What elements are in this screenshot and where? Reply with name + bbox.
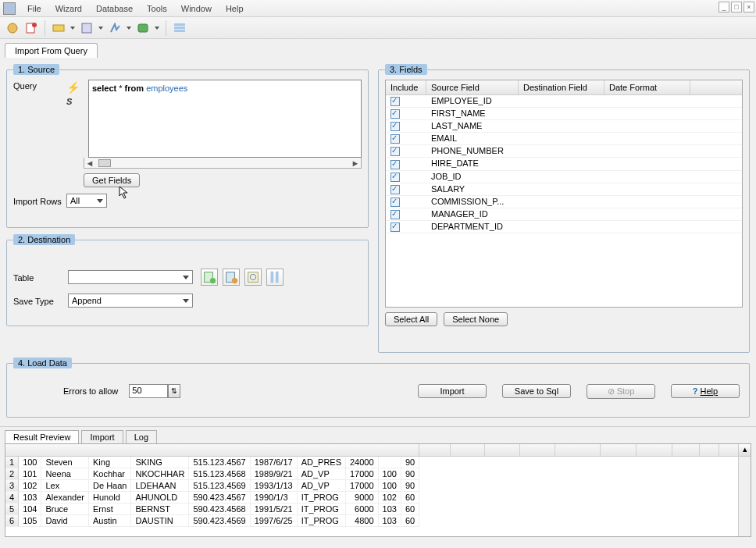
- dest-field-cell[interactable]: [519, 133, 604, 144]
- get-fields-button[interactable]: Get Fields: [84, 173, 140, 187]
- include-checkbox[interactable]: [390, 222, 400, 232]
- toolbar-btn-3-dropdown[interactable]: [70, 20, 76, 36]
- scroll-up-icon[interactable]: ▴: [739, 444, 751, 457]
- date-format-cell[interactable]: [604, 158, 690, 169]
- fields-row[interactable]: SALARY: [386, 183, 742, 196]
- fields-row[interactable]: EMAIL: [386, 133, 742, 145]
- col-include[interactable]: Include: [386, 80, 426, 94]
- date-format-cell[interactable]: [604, 221, 690, 233]
- dest-field-cell[interactable]: [519, 120, 604, 132]
- toolbar-btn-6[interactable]: [135, 20, 151, 36]
- fields-row[interactable]: EMPLOYEE_ID: [386, 95, 742, 108]
- menu-tools[interactable]: Tools: [140, 2, 174, 15]
- col-dest[interactable]: Destination Field: [519, 80, 604, 94]
- dest-field-cell[interactable]: [519, 145, 604, 157]
- result-row[interactable]: 2101NeenaKochharNKOCHHAR515.123.45681989…: [5, 468, 419, 480]
- fields-row[interactable]: PHONE_NUMBER: [386, 145, 742, 158]
- toolbar-btn-6-dropdown[interactable]: [154, 20, 160, 36]
- save-to-sql-button[interactable]: Save to Sql: [502, 384, 571, 398]
- col-format[interactable]: Date Format: [604, 80, 690, 94]
- result-vertical-scrollbar[interactable]: ▴: [738, 444, 751, 536]
- date-format-cell[interactable]: [604, 108, 690, 119]
- include-checkbox[interactable]: [390, 97, 400, 106]
- dest-field-cell[interactable]: [519, 171, 604, 183]
- dest-field-cell[interactable]: [519, 158, 604, 169]
- fields-row[interactable]: COMMISSION_P...: [386, 196, 742, 208]
- scroll-thumb[interactable]: [98, 159, 111, 167]
- dest-field-cell[interactable]: [519, 183, 604, 195]
- tab-import[interactable]: Import: [81, 430, 123, 443]
- dest-icon-2[interactable]: [223, 269, 240, 286]
- query-textarea[interactable]: select * from employees: [88, 80, 362, 158]
- select-all-button[interactable]: Select All: [385, 312, 437, 326]
- include-checkbox[interactable]: [390, 147, 400, 156]
- toolbar-btn-4[interactable]: [79, 20, 94, 36]
- save-type-select[interactable]: Append: [68, 294, 193, 308]
- include-checkbox[interactable]: [390, 160, 400, 169]
- include-checkbox[interactable]: [390, 185, 400, 194]
- execute-icon[interactable]: ⚡: [66, 81, 77, 92]
- close-button[interactable]: ×: [744, 2, 754, 12]
- fields-row[interactable]: HIRE_DATE: [386, 158, 742, 170]
- menu-wizard[interactable]: Wizard: [48, 2, 89, 15]
- toolbar-btn-4-dropdown[interactable]: [98, 20, 104, 36]
- dest-icon-4[interactable]: [266, 269, 284, 286]
- fields-row[interactable]: JOB_ID: [386, 171, 742, 183]
- include-checkbox[interactable]: [390, 210, 400, 219]
- dest-icon-1[interactable]: [201, 269, 218, 286]
- include-checkbox[interactable]: [390, 109, 400, 119]
- date-format-cell[interactable]: [604, 120, 690, 132]
- select-none-button[interactable]: Select None: [444, 312, 508, 326]
- sql-icon[interactable]: S: [66, 97, 77, 108]
- tab-result-preview[interactable]: Result Preview: [5, 430, 79, 443]
- result-row[interactable]: 3102LexDe HaanLDEHAAN515.123.45691993/1/…: [5, 480, 419, 492]
- fields-row[interactable]: MANAGER_ID: [386, 208, 742, 221]
- result-row[interactable]: 1100StevenKingSKING515.123.45671987/6/17…: [5, 457, 419, 468]
- result-grid[interactable]: ▴ 1100StevenKingSKING515.123.45671987/6/…: [5, 443, 751, 537]
- scroll-left-icon[interactable]: ◄: [84, 158, 95, 168]
- date-format-cell[interactable]: [604, 171, 690, 183]
- dest-field-cell[interactable]: [519, 95, 604, 107]
- query-horizontal-scrollbar[interactable]: ◄ ►: [84, 158, 362, 169]
- date-format-cell[interactable]: [604, 95, 690, 107]
- dest-field-cell[interactable]: [519, 108, 604, 119]
- errors-input[interactable]: 50: [129, 384, 168, 398]
- include-checkbox[interactable]: [390, 122, 400, 131]
- errors-spin[interactable]: ⇅: [168, 384, 180, 398]
- tab-log[interactable]: Log: [126, 430, 157, 443]
- fields-row[interactable]: LAST_NAME: [386, 120, 742, 133]
- minimize-button[interactable]: _: [719, 2, 729, 12]
- include-checkbox[interactable]: [390, 173, 400, 182]
- result-row[interactable]: 4103AlexanderHunoldAHUNOLD590.423.456719…: [5, 492, 419, 504]
- toolbar-btn-2[interactable]: [23, 20, 39, 36]
- date-format-cell[interactable]: [604, 208, 690, 220]
- fields-row[interactable]: DEPARTMENT_ID: [386, 221, 742, 233]
- import-rows-select[interactable]: All: [66, 194, 107, 208]
- dest-field-cell[interactable]: [519, 208, 604, 220]
- dest-field-cell[interactable]: [519, 196, 604, 208]
- col-source[interactable]: Source Field: [426, 80, 519, 94]
- dest-field-cell[interactable]: [519, 221, 604, 233]
- tab-import-from-query[interactable]: Import From Query: [5, 43, 98, 58]
- date-format-cell[interactable]: [604, 145, 690, 157]
- date-format-cell[interactable]: [604, 183, 690, 195]
- dest-icon-3[interactable]: [244, 269, 262, 286]
- scroll-right-icon[interactable]: ►: [350, 158, 361, 168]
- include-checkbox[interactable]: [390, 134, 400, 144]
- include-checkbox[interactable]: [390, 197, 400, 207]
- maximize-button[interactable]: □: [731, 2, 742, 12]
- stop-button[interactable]: ⊘ Stop: [587, 384, 655, 399]
- toolbar-btn-7[interactable]: [172, 20, 187, 36]
- table-select[interactable]: [68, 270, 193, 284]
- help-button[interactable]: ?Help: [671, 384, 740, 398]
- result-row[interactable]: 5104BruceErnstBERNST590.423.45681991/5/2…: [5, 504, 419, 515]
- menu-window[interactable]: Window: [174, 2, 219, 15]
- toolbar-btn-3[interactable]: [51, 20, 66, 36]
- menu-database[interactable]: Database: [89, 2, 140, 15]
- result-row[interactable]: 6105DavidAustinDAUSTIN590.423.45691997/6…: [5, 515, 419, 527]
- menu-file[interactable]: File: [20, 2, 48, 15]
- import-button[interactable]: Import: [418, 384, 487, 398]
- toolbar-btn-1[interactable]: [5, 20, 20, 36]
- toolbar-btn-5[interactable]: [107, 20, 123, 36]
- fields-row[interactable]: FIRST_NAME: [386, 108, 742, 120]
